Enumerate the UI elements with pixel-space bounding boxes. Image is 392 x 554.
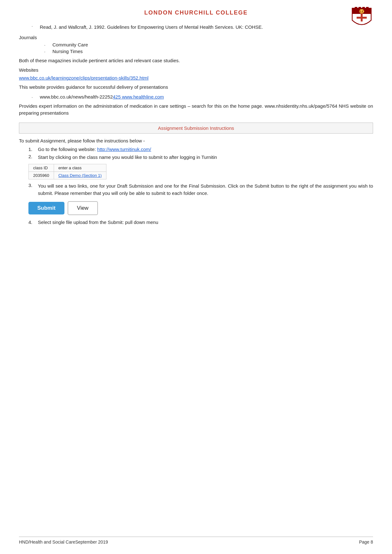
sub-link-pre: www.bbc.co.uk/news/health-22252 (40, 94, 113, 99)
bullet-icon: · (32, 95, 37, 99)
step-1: 1. Go to the following website: http://w… (28, 147, 373, 152)
assignment-submission-box: Assignment Submission Instructions (19, 123, 373, 134)
website-link-1-container: www.bbc.co.uk/learningzone/clips/present… (19, 75, 373, 81)
reference-item: · Read, J. and Wallcraft, J. 1992. Guide… (32, 24, 373, 31)
journals-note: Both of these magazines include pertinen… (19, 57, 373, 64)
medication-para: Provides expert information on the admin… (19, 103, 373, 117)
website-link-1[interactable]: www.bbc.co.uk/learningzone/clips/present… (19, 75, 148, 81)
step-3: 3. You will see a two links, one for you… (28, 183, 373, 197)
journals-list: · Community Care · Nursing Times (38, 42, 373, 54)
page-header: LONDON CHURCHILL COLLEGE LCC (19, 9, 373, 16)
step-1-text: Go to the following website: http://www.… (38, 147, 151, 152)
college-logo: LCC (350, 6, 373, 29)
table-header-classid: class ID (29, 164, 54, 172)
step-2-num: 2. (28, 154, 38, 159)
step-3-text: You will see a two links, one for your D… (38, 183, 373, 197)
table-row-id: 2035960 (29, 172, 54, 179)
bullet-icon: · (44, 43, 49, 47)
step-1-num: 1. (28, 147, 38, 152)
submit-button[interactable]: Submit (28, 202, 64, 214)
submit-view-buttons: Submit View (28, 201, 373, 215)
journal-label-1: Community Care (52, 42, 88, 47)
svg-rect-6 (357, 17, 367, 19)
bullet-icon: · (32, 24, 37, 28)
assignment-box-title: Assignment Submission Instructions (158, 125, 234, 131)
footer-right: Page 8 (359, 539, 373, 545)
step-2-text: Start by clicking on the class name you … (38, 154, 217, 161)
step-3-num: 3. (28, 183, 38, 188)
view-button[interactable]: View (68, 201, 98, 215)
class-table: class ID enter a class 2035960 Class Dem… (28, 164, 106, 179)
svg-rect-3 (362, 7, 365, 9)
journal-item-2: · Nursing Times (44, 49, 373, 54)
turnitin-link[interactable]: http://www.turnitinuk.com/ (97, 147, 151, 152)
journals-heading: Journals (19, 35, 373, 40)
reference-text: Read, J. and Wallcraft, J. 1992. Guideli… (40, 24, 263, 31)
sub-link[interactable]: 425 www.healthline.com (113, 94, 164, 99)
step-2: 2. Start by clicking on the class name y… (28, 154, 373, 161)
footer-left: HND/Health and Social CareSeptember 2019 (19, 539, 108, 545)
step-4-num: 4. (28, 220, 38, 225)
table-header-enterclass: enter a class (54, 164, 106, 172)
footer-middle-text: September 2019 (75, 539, 108, 545)
svg-rect-4 (366, 7, 369, 9)
step-1-pre: Go to the following website: (38, 147, 97, 152)
website-sub-bullet: · www.bbc.co.uk/news/health-22252425 www… (32, 94, 373, 99)
svg-rect-1 (355, 7, 357, 9)
footer-left-text: HND/Health and Social Care (19, 539, 75, 545)
websites-heading: Websites (19, 67, 373, 73)
step-4-text: Select single file upload from the Submi… (38, 220, 158, 225)
svg-text:LCC: LCC (359, 9, 367, 13)
journal-item-1: · Community Care (44, 42, 373, 47)
journal-label-2: Nursing Times (52, 49, 83, 54)
class-demo-link[interactable]: Class Demo (Section 1) (58, 173, 102, 178)
svg-rect-2 (359, 7, 361, 9)
page-footer: HND/Health and Social CareSeptember 2019… (19, 537, 373, 545)
website-link-1-desc: This website provides guidance for succe… (19, 84, 373, 91)
step-4: 4. Select single file upload from the Su… (28, 220, 373, 225)
assignment-intro: To submit Assignment, please follow the … (19, 138, 373, 143)
college-title: LONDON CHURCHILL COLLEGE (19, 9, 373, 16)
bullet-icon: · (44, 49, 49, 54)
